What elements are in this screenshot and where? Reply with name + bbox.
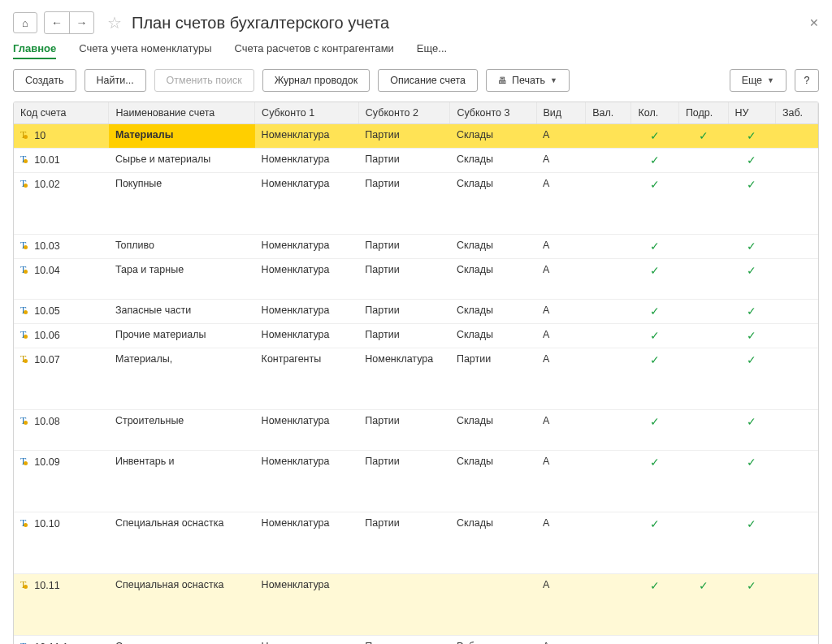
kol-cell: ✓: [631, 259, 678, 300]
code-cell: 10.11.1: [34, 642, 68, 645]
vid-cell: А: [536, 300, 586, 324]
sub1-cell: Номенклатура: [255, 300, 359, 324]
kol-cell: ✓: [631, 451, 678, 512]
table-row[interactable]: T10.08СтроительныеНоменклатураПартииСкла…: [14, 410, 818, 451]
table-row[interactable]: T10.05Запасные частиНоменклатураПартииСк…: [14, 300, 818, 324]
zab-cell: [775, 324, 817, 348]
check-icon: ✓: [650, 129, 660, 142]
zab-cell: [775, 348, 817, 410]
account-type-icon: T: [20, 517, 28, 529]
sub1-cell: Номенклатура: [255, 259, 359, 300]
code-cell: 10.01: [34, 154, 59, 166]
col-kol[interactable]: Кол.: [631, 102, 678, 124]
podr-cell: [678, 173, 728, 235]
name-cell: Инвентарь и: [109, 451, 255, 512]
nu-cell: ✓: [728, 124, 775, 149]
vid-cell: А: [536, 259, 586, 300]
sub3-cell: Склады: [450, 512, 536, 574]
tab-0[interactable]: Главное: [13, 42, 56, 59]
podr-cell: [678, 259, 728, 300]
help-button[interactable]: ?: [795, 69, 819, 92]
tab-3[interactable]: Еще...: [417, 42, 447, 59]
sub1-cell: Номенклатура: [255, 410, 359, 451]
col-code[interactable]: Код счета: [14, 102, 109, 124]
table-row[interactable]: T10.11Специальная оснасткаНоменклатураА✓…: [14, 574, 818, 636]
name-cell: Специальная одежда в эксплуатации: [109, 636, 255, 645]
col-sub3[interactable]: Субконто 3: [450, 102, 536, 124]
check-icon: ✓: [747, 129, 756, 142]
sub3-cell: Склады: [450, 149, 536, 173]
check-icon: ✓: [747, 579, 756, 592]
account-type-icon: T: [20, 153, 28, 166]
nu-cell: ✓: [728, 348, 775, 410]
col-val[interactable]: Вал.: [586, 102, 631, 124]
col-zab[interactable]: Заб.: [775, 102, 817, 124]
col-podr[interactable]: Подр.: [678, 102, 728, 124]
col-sub2[interactable]: Субконто 2: [358, 102, 450, 124]
val-cell: [586, 124, 631, 149]
tab-2[interactable]: Счета расчетов с контрагентами: [235, 42, 394, 59]
zab-cell: [775, 173, 817, 235]
table-row[interactable]: T10.01Сырье и материалыНоменклатураПарти…: [14, 149, 818, 173]
kol-cell: ✓: [631, 235, 678, 259]
print-button-label: Печать: [512, 75, 545, 86]
journal-button[interactable]: Журнал проводок: [262, 69, 370, 92]
check-icon: ✓: [747, 305, 756, 318]
favorite-star-icon[interactable]: ☆: [107, 13, 122, 32]
create-button[interactable]: Создать: [13, 69, 76, 92]
account-type-icon: T: [20, 329, 28, 341]
name-cell: Тара и тарные: [109, 259, 255, 300]
kol-cell: ✓: [631, 300, 678, 324]
val-cell: [586, 149, 631, 173]
sub1-cell: Номенклатура: [255, 149, 359, 173]
check-icon: ✓: [747, 240, 756, 253]
sub2-cell: Партии: [358, 451, 450, 512]
sub2-cell: Партии: [358, 324, 450, 348]
account-type-icon: T: [20, 456, 28, 468]
account-type-icon: T: [20, 415, 28, 427]
account-type-icon: T: [20, 353, 28, 365]
code-cell: 10.07: [34, 354, 59, 365]
check-icon: ✓: [650, 329, 660, 342]
podr-cell: [678, 300, 728, 324]
table-row[interactable]: T10.09Инвентарь иНоменклатураПартииСклад…: [14, 451, 818, 512]
vid-cell: А: [536, 574, 586, 636]
table-row[interactable]: T10.03ТопливоНоменклатураПартииСкладыА✓✓: [14, 235, 818, 259]
podr-cell: ✓: [678, 574, 728, 636]
tab-1[interactable]: Счета учета номенклатуры: [79, 42, 211, 59]
description-button[interactable]: Описание счета: [378, 69, 478, 92]
table-row[interactable]: T10.04Тара и тарныеНоменклатураПартииСкл…: [14, 259, 818, 300]
back-button[interactable]: ←: [45, 12, 69, 33]
sub1-cell: Номенклатура: [255, 451, 359, 512]
vid-cell: А: [536, 512, 586, 574]
close-icon[interactable]: ✕: [809, 16, 819, 29]
col-vid[interactable]: Вид: [536, 102, 586, 124]
kol-cell: ✓: [631, 348, 678, 410]
table-row[interactable]: T10.10Специальная оснасткаНоменклатураПа…: [14, 512, 818, 574]
val-cell: [586, 235, 631, 259]
page-title: План счетов бухгалтерского учета: [132, 14, 389, 32]
col-nu[interactable]: НУ: [728, 102, 775, 124]
find-button[interactable]: Найти...: [84, 69, 146, 92]
table-row[interactable]: T10.11.1Специальная одежда в эксплуатаци…: [14, 636, 818, 645]
forward-button[interactable]: →: [69, 12, 93, 33]
col-sub1[interactable]: Субконто 1: [255, 102, 359, 124]
table-row[interactable]: T10.06Прочие материалыНоменклатураПартии…: [14, 324, 818, 348]
table-row[interactable]: T10МатериалыНоменклатураПартииСкладыА✓✓✓: [14, 124, 818, 149]
kol-cell: ✓: [631, 124, 678, 149]
val-cell: [586, 410, 631, 451]
col-name[interactable]: Наименование счета: [109, 102, 255, 124]
home-button[interactable]: ⌂: [13, 12, 37, 33]
nu-cell: ✓: [728, 574, 775, 636]
val-cell: [586, 300, 631, 324]
nu-cell: ✓: [728, 300, 775, 324]
sub2-cell: Партии: [358, 410, 450, 451]
more-button[interactable]: Еще▼: [730, 69, 786, 92]
name-cell: Топливо: [109, 235, 255, 259]
account-type-icon: T: [20, 264, 28, 276]
podr-cell: [678, 636, 728, 645]
table-row[interactable]: T10.07Материалы,КонтрагентыНоменклатураП…: [14, 348, 818, 410]
print-button[interactable]: 🖶Печать▼: [486, 69, 570, 92]
sub3-cell: Склады: [450, 324, 536, 348]
table-row[interactable]: T10.02ПокупныеНоменклатураПартииСкладыА✓…: [14, 173, 818, 235]
